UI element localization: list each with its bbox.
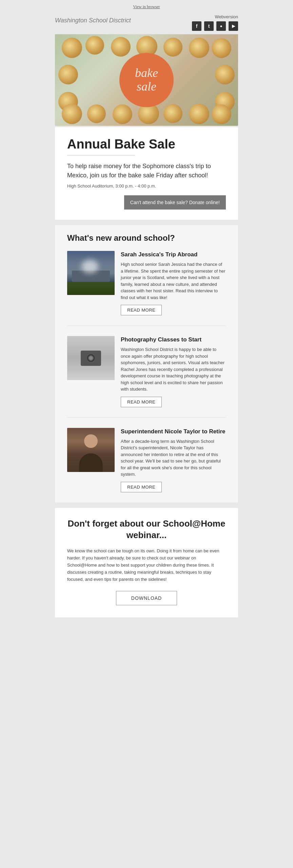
youtube-icon[interactable]: ▶: [229, 21, 238, 31]
camera-shape: [81, 351, 101, 366]
bake-sale-location: High School Auditorium, 3:00 p.m. - 4:00…: [67, 183, 226, 189]
news-thumb-2: [67, 336, 115, 380]
webversion-label: Webversion: [215, 14, 238, 19]
camera-image: [67, 336, 115, 380]
view-in-browser-link[interactable]: View in browser: [133, 4, 160, 9]
twitter-icon[interactable]: t: [204, 21, 214, 31]
facebook-icon[interactable]: f: [192, 21, 201, 31]
camera-lens: [87, 354, 95, 362]
bake-sale-title: Annual Bake Sale: [67, 137, 226, 152]
news-content-2: Photography Classes to Start Washington …: [121, 336, 226, 407]
news-thumb-1: [67, 251, 115, 295]
header: Washington School Disctrict Webversion f…: [55, 12, 238, 34]
news-item-desc-3: After a decade-long term as Washington S…: [121, 438, 226, 478]
instagram-icon[interactable]: ●: [216, 21, 226, 31]
donate-button[interactable]: Can't attend the bake sale? Donate onlin…: [124, 195, 226, 210]
news-item-desc-1: High school senior Sarah Jessica had the…: [121, 261, 226, 301]
news-section-title: What's new around school?: [67, 233, 226, 243]
hero-bg: bake sale: [55, 34, 238, 126]
bake-sale-description: To help raise money for the Sophomore cl…: [67, 162, 226, 180]
news-item-title-2: Photography Classes to Start: [121, 336, 226, 343]
news-thumb-3: [67, 428, 115, 472]
news-item-1: Sarah Jessica's Trip Abroad High school …: [67, 251, 226, 326]
news-section: What's new around school? Sarah Jessica'…: [55, 225, 238, 502]
news-item-3: Superintendent Nicole Taylor to Retire A…: [67, 428, 226, 492]
webinar-description: We know the school can be tough on its o…: [67, 548, 226, 583]
scotland-image: [67, 251, 115, 295]
hero-image: bake sale: [55, 34, 238, 126]
read-more-button-3[interactable]: READ MORE: [121, 482, 162, 492]
smoke-decoration: [81, 260, 98, 273]
org-name: Washington School Disctrict: [55, 16, 131, 29]
news-item-title-3: Superintendent Nicole Taylor to Retire: [121, 428, 226, 435]
person-image: [67, 428, 115, 472]
read-more-button-2[interactable]: READ MORE: [121, 397, 162, 407]
bake-sale-card: Annual Bake Sale To help raise money for…: [55, 127, 238, 220]
news-item-title-1: Sarah Jessica's Trip Abroad: [121, 251, 226, 258]
news-item-desc-2: Washington School District is happy to b…: [121, 346, 226, 393]
hero-center-oval: bake sale: [119, 53, 174, 107]
hero-text-bake: bake: [135, 66, 158, 80]
webinar-title: Don't forget about our School@Home webin…: [67, 518, 226, 541]
news-content-3: Superintendent Nicole Taylor to Retire A…: [121, 428, 226, 492]
divider: [67, 155, 135, 156]
news-content-1: Sarah Jessica's Trip Abroad High school …: [121, 251, 226, 315]
hero-text-sale: sale: [137, 80, 156, 94]
download-button[interactable]: DOWNLOAD: [116, 591, 177, 605]
webinar-section: Don't forget about our School@Home webin…: [55, 508, 238, 618]
social-icons: f t ● ▶: [192, 21, 238, 31]
read-more-button-1[interactable]: READ MORE: [121, 305, 162, 315]
news-item-2: Photography Classes to Start Washington …: [67, 336, 226, 418]
top-bar: View in browser: [55, 0, 238, 12]
